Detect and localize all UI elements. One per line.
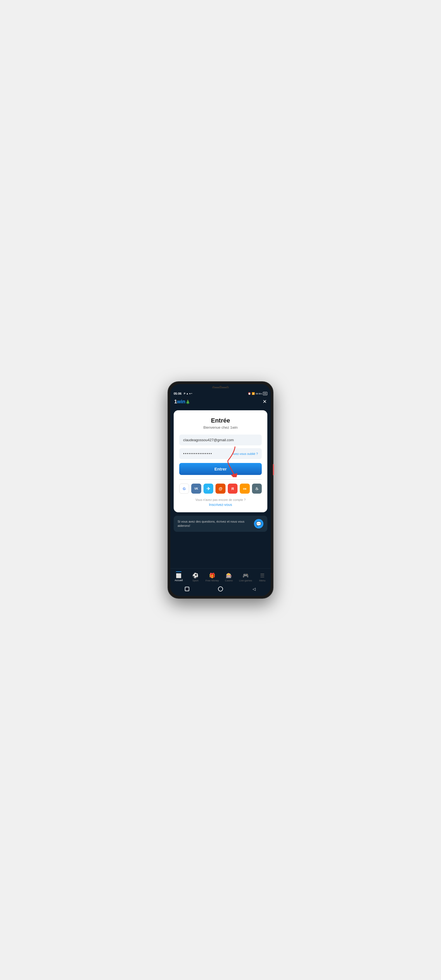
- alarm-icon: ⏰: [248, 392, 251, 395]
- login-card: Entrée Bienvenue chez 1win Avez-vous oub…: [174, 410, 267, 512]
- bottom-navigation: ⬜ Accueil ⚽ Sport 🎁 Free Money 🎰 Casino …: [170, 568, 271, 584]
- logo-number: 1: [174, 399, 177, 404]
- casino-icon: 🎰: [226, 573, 232, 579]
- status-time: 05:06 P ▲ ♦ •: [174, 392, 192, 395]
- nav-item-free-money[interactable]: 🎁 Free Money: [204, 571, 221, 582]
- back-button[interactable]: ◁: [251, 586, 257, 592]
- live-games-label: Live-games: [239, 579, 252, 582]
- email-input[interactable]: [179, 434, 262, 445]
- sport-icon: ⚽: [193, 573, 199, 579]
- accueil-label: Accueil: [175, 579, 183, 582]
- help-banner: Si vous avez des questions, écrivez et n…: [174, 515, 267, 532]
- steam-login-button[interactable]: ♨: [252, 484, 262, 494]
- app-logo: 1win🎄: [174, 399, 190, 405]
- menu-icon: ☰: [260, 573, 264, 579]
- divider: [179, 479, 262, 480]
- camera-dot-left: [212, 386, 215, 388]
- back-icon: ◁: [253, 587, 256, 591]
- sport-label: Sport: [193, 579, 199, 582]
- battery-text: 68 B/s: [256, 393, 262, 395]
- square-icon: [185, 587, 189, 591]
- app-header: 1win🎄 ✕: [170, 396, 271, 407]
- nav-item-accueil[interactable]: ⬜ Accueil: [170, 571, 187, 582]
- free-money-icon: 🎁: [209, 573, 215, 579]
- signal-icon: 📶: [252, 392, 255, 395]
- home-button[interactable]: [217, 586, 224, 592]
- logo-win: win: [177, 399, 185, 404]
- password-input[interactable]: [183, 448, 232, 459]
- login-title: Entrée: [179, 417, 262, 424]
- main-content: Entrée Bienvenue chez 1win Avez-vous oub…: [170, 407, 271, 568]
- menu-label: Menu: [259, 579, 266, 582]
- forgot-password-link[interactable]: Avez-vous oublié ?: [232, 452, 258, 455]
- logo-tree-emoji: 🎄: [185, 400, 190, 404]
- nav-item-casino[interactable]: 🎰 Casino: [221, 571, 237, 582]
- live-games-icon: 🎮: [242, 573, 248, 579]
- status-carrier-icons: P ▲ ♦ •: [184, 392, 192, 395]
- active-indicator: [176, 571, 181, 572]
- time-display: 05:06: [174, 392, 181, 395]
- camera-dot-right: [226, 386, 229, 388]
- ok-login-button[interactable]: ок: [240, 484, 250, 494]
- status-right-icons: ⏰ 📶 68 B/s 55: [248, 392, 267, 395]
- mail-login-button[interactable]: @: [215, 484, 225, 494]
- accueil-icon: ⬜: [176, 573, 181, 578]
- camera-dot-center: [219, 386, 222, 388]
- nav-item-menu[interactable]: ☰ Menu: [254, 571, 271, 582]
- help-text-content: Si vous avez des questions, écrivez et n…: [178, 520, 245, 527]
- recent-apps-button[interactable]: [184, 586, 190, 592]
- close-button[interactable]: ✕: [263, 399, 267, 405]
- no-account-text: Vous n'avez pas encore de compte ?: [179, 498, 262, 501]
- social-icons-row: G VK ✈ @ Я ок ♨: [179, 484, 262, 494]
- nav-item-sport[interactable]: ⚽ Sport: [187, 571, 204, 582]
- login-subtitle: Bienvenue chez 1win: [179, 425, 262, 430]
- telegram-login-button[interactable]: ✈: [204, 484, 213, 494]
- google-login-button[interactable]: G: [179, 484, 189, 494]
- phone-device: 05:06 P ▲ ♦ • ⏰ 📶 68 B/s 55 1win🎄 ✕: [167, 381, 274, 599]
- casino-label: Casino: [225, 579, 233, 582]
- yandex-login-button[interactable]: Я: [228, 484, 237, 494]
- nav-item-live-games[interactable]: 🎮 Live-games: [237, 571, 254, 582]
- camera-area: [212, 386, 229, 388]
- free-money-label: Free Money: [205, 579, 219, 582]
- vk-login-button[interactable]: VK: [191, 484, 201, 494]
- circle-icon: [218, 586, 223, 592]
- enter-button[interactable]: Entrer: [179, 463, 262, 475]
- password-row: Avez-vous oublié ?: [179, 448, 262, 459]
- battery-icon: 55: [263, 392, 267, 395]
- chat-button[interactable]: 💬: [254, 519, 263, 528]
- chat-icon: 💬: [256, 521, 261, 527]
- help-text: Si vous avez des questions, écrivez et n…: [178, 520, 251, 528]
- signup-link[interactable]: Inscrivez-vous: [179, 503, 262, 507]
- android-navbar: ◁: [170, 584, 271, 596]
